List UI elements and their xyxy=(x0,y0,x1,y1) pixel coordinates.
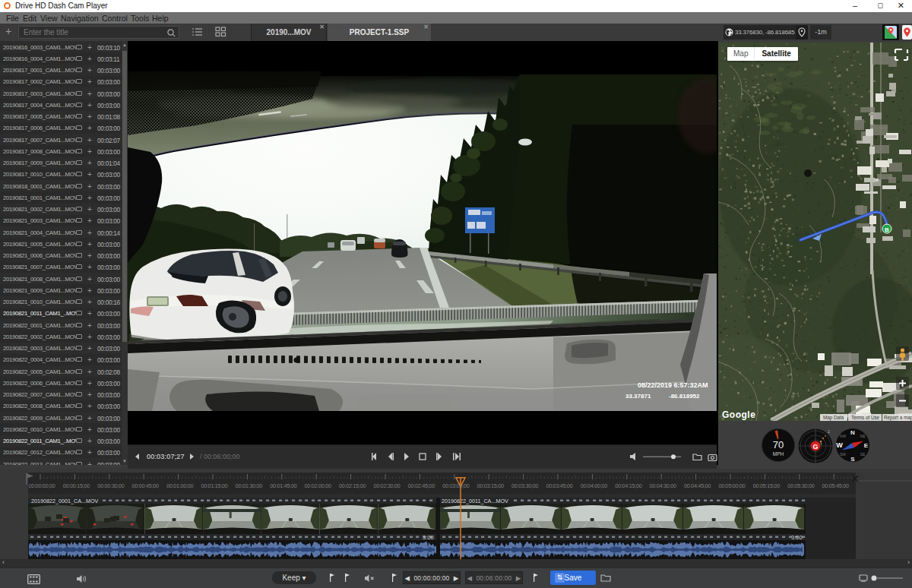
svg-text:3:00: 3:00 xyxy=(423,534,434,541)
svg-text:Report a map: Report a map xyxy=(884,415,912,421)
svg-text:SW: SW xyxy=(840,452,846,457)
svg-text:70: 70 xyxy=(773,439,784,450)
svg-text:NW: NW xyxy=(840,434,847,438)
svg-text:-86.818952: -86.818952 xyxy=(669,393,700,400)
svg-text:E: E xyxy=(864,442,869,449)
svg-text:MPH: MPH xyxy=(773,451,784,457)
svg-text:3:00: 3:00 xyxy=(791,534,803,541)
svg-text:08/22/2019 6:57:32AM: 08/22/2019 6:57:32AM xyxy=(638,381,708,389)
svg-text:20190822_0001_CA...MOV: 20190822_0001_CA...MOV xyxy=(31,498,99,504)
svg-text:Terms of Use: Terms of Use xyxy=(851,415,880,420)
svg-text:S: S xyxy=(850,456,855,463)
svg-text:B: B xyxy=(885,226,889,233)
svg-text:G: G xyxy=(812,443,818,450)
svg-text:NE: NE xyxy=(860,434,866,438)
svg-text:SE: SE xyxy=(860,452,866,457)
svg-text:Google: Google xyxy=(722,409,755,420)
svg-text:W: W xyxy=(836,441,843,449)
svg-text:20190822_0011_CA...MOV: 20190822_0011_CA...MOV xyxy=(442,498,508,504)
svg-text:Map Data: Map Data xyxy=(823,415,844,421)
svg-text:N: N xyxy=(850,429,855,436)
svg-text:1: 1 xyxy=(820,441,822,445)
svg-text:2: 2 xyxy=(828,429,830,434)
svg-text:33.37871: 33.37871 xyxy=(625,393,651,400)
